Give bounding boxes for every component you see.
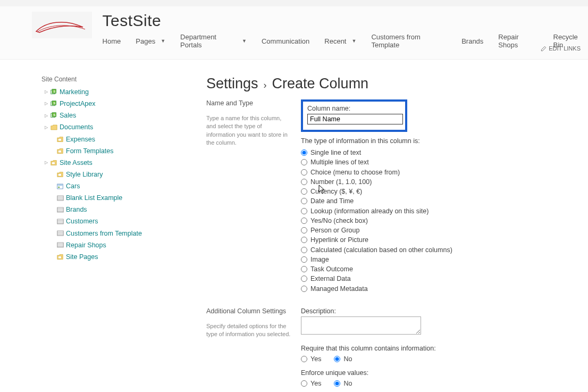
column-name-highlight: Column name: [301,99,407,132]
top-strip [0,0,588,6]
column-type-radio[interactable] [301,198,307,204]
svg-rect-14 [58,184,63,185]
folder-icon [50,124,57,130]
column-type-radio[interactable] [301,266,307,272]
require-no-label: No [343,355,352,363]
nav-item-communication[interactable]: Communication [262,33,309,49]
sidebar-item-customers-from-template[interactable]: Customers from Template [41,228,206,239]
column-type-radio[interactable] [301,256,307,263]
column-type-option-7[interactable]: Yes/No (check box) [301,216,567,226]
column-name-label: Column name: [307,105,401,112]
sidebar-item-site-assets[interactable]: ▷Site Assets [41,157,206,169]
sidebar-item-marketing[interactable]: ▷SMarketing [41,86,206,98]
require-no[interactable]: No [334,354,352,364]
column-type-radio[interactable] [301,218,307,224]
svg-rect-10 [58,150,61,153]
column-type-option-1[interactable]: Multiple lines of text [301,157,567,167]
enforce-no[interactable]: No [334,379,352,388]
nav-item-repair-shops[interactable]: Repair Shops [498,33,538,49]
enforce-yes[interactable]: Yes [301,379,321,388]
column-type-radio[interactable] [301,237,307,243]
site-logo[interactable] [32,12,92,38]
column-type-label: Person or Group [310,226,359,235]
library-icon [56,136,64,143]
tree-label: ProjectApex [60,99,95,109]
sidebar-item-projectapex[interactable]: ▷SProjectApex [41,98,206,110]
column-type-option-12[interactable]: Task Outcome [301,264,567,274]
header: TestSite HomePages▼Department Portals▼Co… [0,6,588,60]
section-name-and-type: Name and Type Type a name for this colum… [206,99,567,294]
column-type-radio[interactable] [301,179,307,185]
column-type-radio[interactable] [301,149,307,156]
column-type-radio[interactable] [301,227,307,233]
column-type-radio[interactable] [301,276,307,282]
list-icon [56,230,64,237]
tree-caret-icon: ▷ [45,124,49,131]
sidebar-item-site-pages[interactable]: Site Pages [41,251,206,263]
tree-label: Repair Shops [66,240,106,250]
sidebar-item-style-library[interactable]: Style Library [41,169,206,180]
require-yes-label: Yes [310,355,321,363]
require-yes[interactable]: Yes [301,354,321,364]
column-name-input[interactable] [307,114,403,124]
enforce-yes-label: Yes [310,379,321,388]
sidebar-item-brands[interactable]: Brands [41,204,206,215]
sidebar-item-customers[interactable]: Customers [41,215,206,227]
site-title[interactable]: TestSite [103,12,588,30]
nav-label: Home [103,37,121,45]
column-type-radio[interactable] [301,159,307,165]
column-type-radio[interactable] [301,208,307,214]
tree-caret-icon: ▷ [45,160,49,166]
enforce-no-label: No [343,379,352,388]
column-type-radio[interactable] [301,286,307,292]
tree-label: Customers [66,216,98,226]
top-nav: HomePages▼Department Portals▼Communicati… [103,33,588,56]
breadcrumb-settings[interactable]: Settings [206,76,258,92]
column-type-option-8[interactable]: Person or Group [301,226,567,235]
column-type-label: Calculated (calculation based on other c… [310,246,452,254]
nav-item-department-portals[interactable]: Department Portals▼ [180,33,247,49]
column-type-option-3[interactable]: Number (1, 1.0, 100) [301,177,567,187]
tree-caret-icon: ▷ [45,101,49,107]
edit-links-label: EDIT LINKS [549,45,581,52]
tree-label: Documents [60,122,93,132]
column-type-radio[interactable] [301,188,307,195]
column-type-option-10[interactable]: Calculated (calculation based on other c… [301,245,567,255]
nav-item-brands[interactable]: Brands [461,33,483,49]
list-icon [56,242,64,248]
nav-item-pages[interactable]: Pages▼ [136,33,165,49]
nav-item-customers-from-template[interactable]: Customers from Template [371,33,447,49]
column-type-option-0[interactable]: Single line of text [301,148,567,157]
sidebar-item-expenses[interactable]: Expenses [41,134,206,145]
library-icon [50,160,57,166]
sidebar-item-cars[interactable]: Cars [41,180,206,192]
column-type-option-2[interactable]: Choice (menu to choose from) [301,168,567,177]
sidebar-item-repair-shops[interactable]: Repair Shops [41,239,206,251]
chevron-down-icon: ▼ [161,38,165,44]
sidebar-item-blank-list-example[interactable]: Blank List Example [41,192,206,204]
column-type-option-14[interactable]: Managed Metadata [301,284,567,294]
column-type-option-5[interactable]: Date and Time [301,196,567,206]
column-type-label: Hyperlink or Picture [310,236,368,244]
nav-item-home[interactable]: Home [103,33,121,49]
description-input[interactable] [301,316,421,335]
column-type-option-13[interactable]: External Data [301,274,567,283]
column-type-option-11[interactable]: Image [301,255,567,264]
column-type-option-4[interactable]: Currency ($, ¥, €) [301,187,567,196]
list-icon [56,195,64,201]
column-type-option-9[interactable]: Hyperlink or Picture [301,235,567,245]
tree-label: Expenses [66,135,95,144]
list-icon [56,218,64,224]
sidebar-item-sales[interactable]: ▷SSales [41,110,206,121]
nav-item-recent[interactable]: Recent▼ [324,33,356,49]
sidebar-item-documents[interactable]: ▷Documents [41,121,206,133]
column-type-radio[interactable] [301,247,307,253]
edit-links-button[interactable]: EDIT LINKS [541,45,581,52]
column-type-label: Single line of text [310,148,361,157]
section-additional-settings: Additional Column Settings Specify detai… [206,307,567,392]
column-type-radio[interactable] [301,169,307,176]
column-type-option-6[interactable]: Lookup (information already on this site… [301,206,567,216]
column-type-label: Yes/No (check box) [310,216,368,225]
sidebar-item-form-templates[interactable]: Form Templates [41,145,206,157]
sidebar-heading: Site Content [41,76,206,83]
